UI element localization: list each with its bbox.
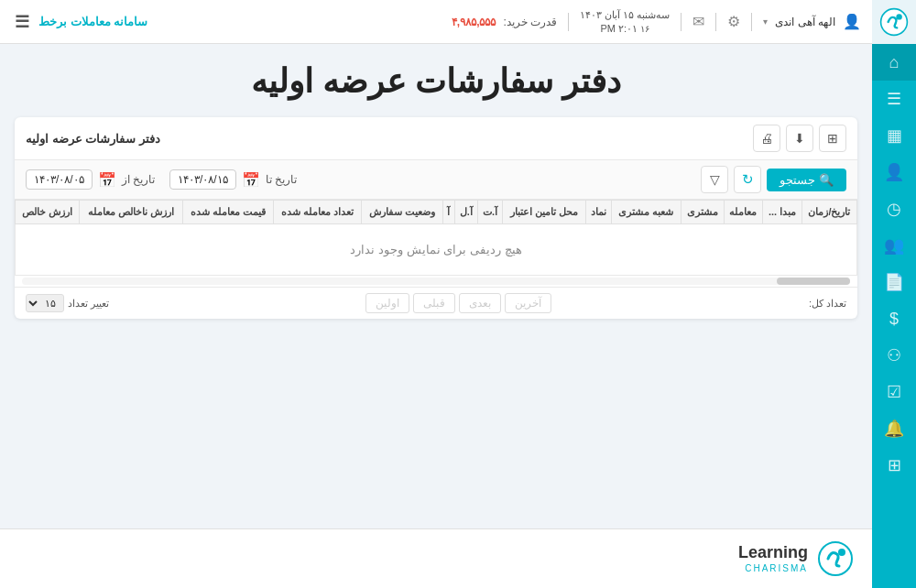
sidebar-dollar[interactable]: $ <box>872 300 916 337</box>
date-from-input[interactable]: ۱۴۰۳/۰۸/۰۵ <box>26 169 93 190</box>
filter-button[interactable]: ▽ <box>701 166 728 193</box>
sidebar-document[interactable]: ☑ <box>872 374 916 410</box>
page-title-area: دفتر سفارشات عرضه اولیه <box>0 44 872 110</box>
next-page-button[interactable]: بعدی <box>459 293 501 313</box>
no-data-row: هیچ ردیفی برای نمایش وجود ندارد <box>16 224 857 276</box>
logo-charisma-text: CHARISMA <box>738 563 808 574</box>
first-page-button[interactable]: اولین <box>365 293 409 313</box>
footer-logo-text: Learning CHARISMA <box>738 543 808 574</box>
last-page-button[interactable]: آخرین <box>505 293 551 313</box>
footer-logo-icon <box>817 540 854 577</box>
user-name: الهه آهی اندی <box>775 16 835 28</box>
svg-point-0 <box>881 9 908 36</box>
date-filter-row: 🔍 جستجو ↻ ▽ تاریخ تا 📅 ۱۴۰۳/۰۸/۱۵ تاریخ … <box>15 160 857 200</box>
toolbar-buttons: ⊞ ⬇ 🖨 <box>753 125 846 152</box>
panel-title: دفتر سفارشات عرضه اولیه <box>26 132 160 146</box>
hamburger-button[interactable]: ☰ <box>15 12 29 32</box>
col-a1: آ.ت <box>477 201 502 224</box>
per-page-label: تعییر تعداد <box>68 298 109 310</box>
col-symbol: نماد <box>585 201 611 224</box>
sidebar-home[interactable]: ⌂ <box>872 44 916 81</box>
refresh-button[interactable]: ↻ <box>734 166 761 193</box>
prev-page-button[interactable]: قبلی <box>413 293 455 313</box>
date-from-section: تاریخ از 📅 ۱۴۰۳/۰۸/۰۵ <box>26 169 155 190</box>
header-right: 👤 الهه آهی اندی ▾ ⚙ ✉ سه‌شنبه ۱۵ آبان ۱۴… <box>452 8 861 35</box>
settings-tool-button[interactable]: ⊞ <box>819 125 846 152</box>
buying-power-label: قدرت خرید: <box>503 16 557 28</box>
top-header: 👤 الهه آهی اندی ▾ ⚙ ✉ سه‌شنبه ۱۵ آبان ۱۴… <box>0 0 872 44</box>
content-panel: ⊞ ⬇ 🖨 دفتر سفارشات عرضه اولیه 🔍 جستجو ↻ … <box>15 117 857 319</box>
toolbar-row: ⊞ ⬇ 🖨 دفتر سفارشات عرضه اولیه <box>15 117 857 160</box>
system-name: سامانه معاملات برخط <box>38 15 147 28</box>
col-traded-price: قیمت معامله شده <box>182 201 273 224</box>
print-tool-button[interactable]: 🖨 <box>753 125 780 152</box>
date-to-section: تاریخ تا 📅 ۱۴۰۳/۰۸/۱۵ <box>169 169 297 190</box>
pagination-buttons: اولین قبلی بعدی آخرین <box>365 293 551 313</box>
user-icon: 👤 <box>843 13 861 30</box>
col-branch: شعبه مشتری <box>612 201 681 224</box>
search-button[interactable]: 🔍 جستجو <box>767 169 846 191</box>
search-section: 🔍 جستجو ↻ ▽ <box>701 166 846 193</box>
sidebar: ⌂ ☰ ▦ 👤 ◷ 👥 📄 $ ⚇ ☑ 🔔 ⊞ <box>872 0 916 588</box>
date-to-input[interactable]: ۱۴۰۳/۰۸/۱۵ <box>169 169 236 190</box>
col-traded-count: تعداد معامله شده <box>274 201 362 224</box>
sidebar-group[interactable]: ⚇ <box>872 337 916 374</box>
col-gross-value: ارزش ناخالص معامله <box>80 201 183 224</box>
per-page-section: تعییر تعداد ۱۵ ۳۰ ۵۰ <box>26 294 109 312</box>
date-from-label: تاریخ از <box>122 173 155 186</box>
count-label: تعداد کل: <box>809 298 846 309</box>
logo-learning-text: Learning <box>738 543 808 563</box>
sidebar-logo[interactable] <box>872 0 916 44</box>
col-broker: معامله‌ <box>724 201 763 224</box>
page-main-title: دفتر سفارشات عرضه اولیه <box>0 62 872 101</box>
sidebar-bell[interactable]: 🔔 <box>872 410 916 447</box>
date-to-label: تاریخ تا <box>266 173 297 186</box>
per-page-select[interactable]: ۱۵ ۳۰ ۵۰ <box>26 294 64 312</box>
col-a3: آ <box>442 201 454 224</box>
sidebar-person[interactable]: 👤 <box>872 154 916 191</box>
calendar-to-icon[interactable]: 📅 <box>242 171 260 189</box>
svg-point-1 <box>896 14 901 19</box>
sidebar-file[interactable]: 📄 <box>872 264 916 300</box>
svg-point-3 <box>838 549 845 556</box>
pagination-row: تعداد کل: اولین قبلی بعدی آخرین تعییر تع… <box>15 287 857 319</box>
col-customer: مشتری <box>681 201 724 224</box>
col-credit: محل تامین اعتبار <box>503 201 586 224</box>
main-content: 👤 الهه آهی اندی ▾ ⚙ ✉ سه‌شنبه ۱۵ آبان ۱۴… <box>0 0 872 588</box>
table-scrollbar[interactable] <box>22 278 850 285</box>
sidebar-grid[interactable]: ⊞ <box>872 447 916 484</box>
search-icon: 🔍 <box>819 173 834 187</box>
settings-icon[interactable]: ⚙ <box>727 13 740 30</box>
export-tool-button[interactable]: ⬇ <box>786 125 813 152</box>
col-origin: مبدا ... <box>763 201 802 224</box>
date-time-display: سه‌شنبه ۱۵ آبان ۱۴۰۳ PM ۲:۰۱ ۱۶ <box>580 8 670 35</box>
col-status: وضعیت سفارش <box>362 201 442 224</box>
buying-power-value: ۴,۹۸۵,۵۵۵ <box>452 16 496 28</box>
sidebar-chart[interactable]: ▦ <box>872 117 916 154</box>
orders-table: تاریخ/زمان مبدا ... معامله‌ مشتری شعبه م… <box>15 200 857 276</box>
col-net-value: ارزش خالص <box>16 201 80 224</box>
footer-area: Learning CHARISMA <box>0 528 872 588</box>
sidebar-clock[interactable]: ◷ <box>872 191 916 227</box>
header-left: سامانه معاملات برخط ☰ <box>15 12 147 32</box>
svg-point-2 <box>819 542 852 575</box>
table-header-row: تاریخ/زمان مبدا ... معامله‌ مشتری شعبه م… <box>16 201 857 224</box>
dropdown-arrow[interactable]: ▾ <box>763 16 768 27</box>
col-a2: آ.ل <box>454 201 477 224</box>
sidebar-users[interactable]: 👥 <box>872 227 916 264</box>
sidebar-list[interactable]: ☰ <box>872 81 916 117</box>
no-data-message: هیچ ردیفی برای نمایش وجود ندارد <box>350 243 521 256</box>
count-section: تعداد کل: <box>809 298 846 310</box>
table-container: تاریخ/زمان مبدا ... معامله‌ مشتری شعبه م… <box>15 200 857 276</box>
col-datetime: تاریخ/زمان <box>802 201 856 224</box>
scrollbar-thumb <box>777 278 850 285</box>
mail-icon[interactable]: ✉ <box>692 13 704 30</box>
calendar-from-icon[interactable]: 📅 <box>98 171 116 189</box>
